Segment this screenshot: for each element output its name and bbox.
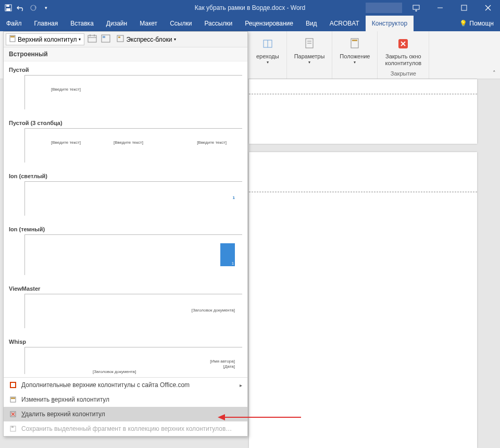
position-icon bbox=[346, 35, 363, 52]
ion-dark-box: 1 bbox=[220, 243, 235, 266]
close-icon[interactable] bbox=[476, 0, 500, 16]
close-group-label: Закрытие bbox=[391, 70, 416, 78]
menu-edit-header-label: Изменить верхний колонтитул bbox=[21, 396, 109, 403]
document-page-2[interactable] bbox=[249, 152, 477, 448]
gallery-item-title: Пустой bbox=[9, 64, 242, 75]
gallery-item-ion-dark[interactable]: Ion (темный) 1 bbox=[4, 221, 247, 280]
express-blocks-label: Экспресс-блоки bbox=[126, 36, 172, 43]
parameters-button[interactable]: Параметры ▾ bbox=[290, 33, 329, 67]
tell-me[interactable]: 💡 Помощн bbox=[453, 16, 500, 31]
header-boundary-2 bbox=[249, 192, 477, 192]
express-blocks-icon bbox=[117, 35, 124, 44]
save-icon[interactable] bbox=[4, 4, 12, 12]
date-time-icon[interactable] bbox=[88, 34, 98, 45]
gallery-item-empty-3col[interactable]: Пустой (3 столбца) [Введите текст] [Введ… bbox=[4, 115, 247, 168]
gallery-preview: 1 bbox=[24, 181, 242, 216]
menu-save-selection-label: Сохранить выделенный фрагмент в коллекци… bbox=[21, 425, 232, 432]
svg-rect-21 bbox=[88, 35, 96, 42]
gallery-preview: [Введите текст] [Введите текст] [Введите… bbox=[24, 128, 242, 163]
header-dropdown-label: Верхний колонтитул bbox=[18, 36, 77, 43]
tab-design[interactable]: Дизайн bbox=[100, 16, 133, 31]
maximize-icon[interactable] bbox=[452, 0, 476, 16]
gallery-preview: 1 bbox=[24, 234, 242, 275]
gallery-preview: [Заголовок документа] bbox=[24, 294, 242, 328]
svg-rect-30 bbox=[11, 383, 15, 387]
gallery-item-title: Ion (темный) bbox=[9, 223, 242, 234]
svg-rect-32 bbox=[11, 397, 15, 399]
minimize-icon[interactable] bbox=[428, 0, 452, 16]
tab-file[interactable]: Файл bbox=[0, 16, 28, 31]
tab-home[interactable]: Главная bbox=[28, 16, 65, 31]
gallery-item-empty[interactable]: Пустой [Введите текст] bbox=[4, 61, 247, 115]
tell-me-label: Помощн bbox=[469, 20, 494, 27]
close-header-label: Закрыть окно колонтитулов bbox=[385, 53, 421, 67]
svg-rect-27 bbox=[117, 35, 123, 42]
ribbon-group-transitions: ереходы ▾ bbox=[249, 31, 287, 79]
menu-more-office[interactable]: Дополнительные верхние колонтитулы с сай… bbox=[4, 378, 247, 392]
gallery-item-whisp[interactable]: Whisp [Имя автора] [Дата] [Заголовок док… bbox=[4, 333, 247, 377]
chevron-right-icon: ▸ bbox=[240, 382, 242, 388]
gallery-item-ion-light[interactable]: Ion (светлый) 1 bbox=[4, 168, 247, 221]
chevron-down-icon: ▾ bbox=[174, 37, 176, 42]
gallery-menu: Дополнительные верхние колонтитулы с сай… bbox=[4, 377, 247, 436]
document-title: Как убрать рамки в Ворде.docx - Word bbox=[195, 4, 306, 11]
dropdown-toolbar: Верхний колонтитул ▾ Экспресс-блоки ▾ bbox=[4, 32, 247, 47]
gallery-preview: [Введите текст] bbox=[24, 75, 242, 109]
menu-more-office-label: Дополнительные верхние колонтитулы с сай… bbox=[21, 381, 190, 389]
ribbon-group-close: Закрыть окно колонтитулов Закрытие bbox=[378, 31, 429, 79]
collapse-ribbon-icon[interactable]: ˄ bbox=[493, 70, 496, 77]
transitions-button[interactable]: ереходы ▾ bbox=[252, 33, 283, 67]
ribbon-group-parameters: Параметры ▾ bbox=[287, 31, 333, 79]
gallery-item-title: Пустой (3 столбца) bbox=[9, 117, 242, 128]
header-page-icon bbox=[9, 35, 16, 44]
svg-rect-4 bbox=[413, 5, 419, 9]
redo-icon[interactable] bbox=[29, 4, 38, 12]
svg-rect-15 bbox=[352, 40, 357, 41]
transitions-icon bbox=[259, 35, 276, 52]
menu-delete-header[interactable]: Удалить верхний колонтитул bbox=[4, 407, 247, 421]
menu-delete-header-label: Удалить верхний колонтитул bbox=[21, 410, 105, 418]
close-header-button[interactable]: Закрыть окно колонтитулов bbox=[381, 33, 426, 69]
header-gallery-dropdown: Верхний колонтитул ▾ Экспресс-блоки ▾ Вс… bbox=[3, 31, 248, 437]
svg-rect-28 bbox=[118, 36, 120, 38]
quick-parts-icon[interactable] bbox=[101, 34, 110, 44]
tab-layout[interactable]: Макет bbox=[133, 16, 164, 31]
document-page-1[interactable] bbox=[249, 79, 477, 144]
menu-save-selection: Сохранить выделенный фрагмент в коллекци… bbox=[4, 421, 247, 436]
svg-rect-20 bbox=[10, 36, 15, 38]
tab-view[interactable]: Вид bbox=[299, 16, 323, 31]
express-blocks-button[interactable]: Экспресс-блоки ▾ bbox=[114, 34, 179, 45]
qat-customize-icon[interactable]: ▾ bbox=[42, 4, 50, 12]
tab-designer[interactable]: Конструктор bbox=[366, 16, 414, 31]
edit-header-icon bbox=[9, 395, 17, 404]
gallery-scroll[interactable]: Пустой [Введите текст] Пустой (3 столбца… bbox=[4, 61, 247, 377]
position-button[interactable]: Положение ▾ bbox=[335, 33, 374, 67]
header-boundary-1 bbox=[249, 94, 477, 94]
gallery-preview: [Имя автора] [Дата] [Заголовок документа… bbox=[24, 347, 242, 374]
save-selection-icon bbox=[9, 425, 17, 433]
tab-references[interactable]: Ссылки bbox=[164, 16, 198, 31]
tab-review[interactable]: Рецензирование bbox=[239, 16, 299, 31]
red-arrow-annotation bbox=[218, 414, 301, 421]
gallery-item-title: Ion (светлый) bbox=[9, 170, 242, 181]
account-area[interactable] bbox=[366, 3, 402, 13]
ribbon-tabs: Файл Главная Вставка Дизайн Макет Ссылки… bbox=[0, 16, 500, 31]
svg-rect-37 bbox=[11, 426, 14, 428]
svg-marker-39 bbox=[218, 414, 225, 420]
parameters-label: Параметры bbox=[294, 53, 325, 60]
parameters-icon bbox=[301, 35, 318, 52]
menu-edit-header[interactable]: Изменить верхний колонтитул bbox=[4, 392, 247, 407]
gallery-item-title: ViewMaster bbox=[9, 282, 242, 294]
tab-acrobat[interactable]: ACROBAT bbox=[323, 16, 366, 31]
header-dropdown-button[interactable]: Верхний колонтитул ▾ bbox=[6, 33, 84, 45]
chevron-down-icon: ▾ bbox=[79, 37, 81, 42]
svg-rect-2 bbox=[6, 8, 10, 11]
close-header-icon bbox=[395, 35, 411, 52]
tab-mailings[interactable]: Рассылки bbox=[198, 16, 239, 31]
ribbon-options-icon[interactable] bbox=[404, 0, 428, 16]
undo-icon[interactable] bbox=[17, 4, 25, 12]
tab-insert[interactable]: Вставка bbox=[64, 16, 100, 31]
gallery-item-viewmaster[interactable]: ViewMaster [Заголовок документа] bbox=[4, 280, 247, 333]
svg-rect-26 bbox=[103, 36, 105, 38]
transitions-label: ереходы bbox=[256, 53, 279, 60]
